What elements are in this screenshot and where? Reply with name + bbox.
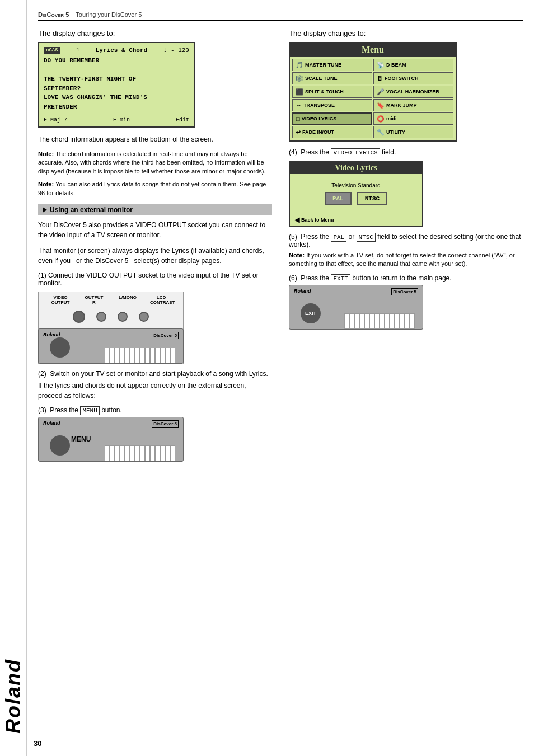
menu-item-fade-label: FADE IN/OUT	[302, 129, 334, 135]
d-beam-icon: 📡	[377, 62, 385, 69]
kbd-logo2-menu: DisCover 5	[152, 420, 179, 428]
transpose-icon: ↔	[296, 102, 302, 109]
menu-circle	[50, 435, 70, 456]
section-name: Touring your DisCover 5	[76, 11, 142, 18]
socket-r	[96, 312, 106, 322]
ntsc-button[interactable]: NTSC	[357, 192, 387, 205]
kbd-keys-menu	[105, 445, 183, 461]
menu-item-d-beam-label: D BEAM	[386, 62, 406, 68]
note5: Note: If you work with a TV set, do not …	[289, 251, 523, 269]
menu-item-footswitch[interactable]: 🎚 FOOTSWITCH	[373, 72, 453, 84]
step6-suffix: button to return to the main page.	[352, 274, 451, 282]
note5-body: If you work with a TV set, do not forget…	[289, 252, 515, 267]
step3: (3) Press the MENU button. Roland DisCov…	[38, 406, 272, 462]
keyboard-small-diagram: Roland DisCover 5	[38, 328, 184, 364]
back-to-menu[interactable]: ◀ Back to Menu	[290, 214, 422, 226]
step3-num: (3)	[38, 406, 46, 414]
step4: (4) Press the VIDEO LYRICS field. Video …	[289, 148, 523, 227]
menu-item-d-beam[interactable]: 📡 D BEAM	[373, 59, 453, 71]
section-body1: Your DisCover 5 also provides a VIDEO OU…	[38, 220, 272, 240]
chord-info-text: The chord information appears at the bot…	[38, 134, 272, 144]
socket-video	[73, 311, 85, 323]
menu-item-vocal-harmonizer-label: VOCAL HARMONIZER	[386, 89, 439, 95]
lcd-chord2: E min	[113, 117, 130, 123]
kbd-logo2-exit: DisCover 5	[391, 288, 418, 295]
menu-item-video-lyrics[interactable]: □ VIDEO LYRICS	[292, 112, 372, 125]
back-arrow-icon: ◀	[294, 216, 299, 224]
main-content: DisCover 5 Touring your DisCover 5 The d…	[27, 0, 534, 756]
step5-ntsc: NTSC	[357, 233, 376, 242]
note1-label: Note:	[38, 151, 54, 157]
scale-tune-icon: 🎼	[296, 75, 303, 82]
pal-button[interactable]: PAL	[325, 192, 352, 205]
menu-item-utility-label: UTILITY	[386, 129, 405, 135]
lcd-display: nGAS 1 Lyrics & Chord ♩ - 120 DO YOU REM…	[38, 42, 195, 128]
step3-suffix: button.	[101, 406, 122, 414]
menu-item-footswitch-label: FOOTSWITCH	[385, 76, 419, 81]
menu-item-master-tune[interactable]: 🎵 MASTER TUNE	[292, 59, 372, 71]
vocal-harmonizer-icon: 🎤	[377, 88, 385, 96]
label-contrast: LCDCONTRAST	[150, 295, 172, 305]
step1-label: (1) Connect the VIDEO OUTPUT socket to t…	[38, 271, 272, 287]
step5-text: Press the	[301, 233, 329, 241]
menu-keyboard-diagram: Roland DisCover 5 MENU	[38, 417, 184, 462]
menu-item-fade[interactable]: ↩ FADE IN/OUT	[292, 126, 372, 138]
section-body2: That monitor (or screen) always displays…	[38, 246, 272, 266]
step4-text: Press the	[301, 148, 329, 156]
menu-item-midi-label: midi	[386, 116, 397, 121]
utility-icon: 🔧	[377, 129, 385, 136]
menu-item-split-touch-label: SPLIT & TOUCH	[305, 89, 344, 95]
footswitch-icon: 🎚	[377, 75, 383, 82]
fade-icon: ↩	[296, 129, 301, 136]
roland-logo: Roland	[2, 659, 25, 734]
back-to-menu-label: Back to Menu	[301, 217, 334, 223]
kbd-logo-exit: Roland	[294, 288, 311, 294]
menu-display: Menu 🎵 MASTER TUNE 📡 D BEAM 🎼 SCALE	[289, 42, 457, 142]
step4-label: (4) Press the VIDEO LYRICS field.	[289, 148, 523, 156]
step2-num: (2)	[38, 370, 46, 378]
split-touch-icon: ⬛	[296, 88, 303, 96]
step2: (2) Switch on your TV set or monitor and…	[38, 370, 272, 401]
step5-label: (5) Press the PAL or NTSC field to selec…	[289, 233, 523, 248]
connector-diagram: VIDEOOUTPUT OUTPUTR L/MONO LCDCONTRAST	[38, 292, 184, 364]
left-display-caption: The display changes to:	[38, 29, 272, 37]
step4-num: (4)	[289, 148, 297, 156]
connector-labels: VIDEOOUTPUT OUTPUTR L/MONO LCDCONTRAST	[44, 292, 178, 308]
step6: (6) Press the EXIT button to return to t…	[289, 274, 523, 330]
lcd-title: Lyrics & Chord	[96, 47, 147, 54]
step1: (1) Connect the VIDEO OUTPUT socket to t…	[38, 271, 272, 364]
right-column: The display changes to: Menu 🎵 MASTER TU…	[289, 29, 523, 745]
connector-sockets	[67, 308, 154, 326]
kbd-logo2: DisCover 5	[152, 332, 179, 339]
lcd-tempo: ♩ - 120	[163, 46, 189, 54]
step2-label: (2) Switch on your TV set or monitor and…	[38, 370, 272, 378]
exit-circle: EXIT	[301, 303, 321, 323]
note1-text: Note: The chord information is calculate…	[38, 150, 272, 176]
menu-item-midi[interactable]: ⭕ midi	[373, 112, 453, 125]
menu-item-split-touch[interactable]: ⬛ SPLIT & TOUCH	[292, 86, 372, 98]
video-lyrics-content: Television Standard PAL NTSC	[290, 174, 422, 214]
kbd-logo-menu: Roland	[43, 420, 60, 426]
kbd-diagram-keys	[105, 348, 183, 363]
tv-standard-label: Television Standard	[301, 182, 411, 189]
label-video-output: VIDEOOUTPUT	[49, 295, 72, 305]
video-lyrics-icon: □	[296, 115, 300, 122]
step3-label: (3) Press the MENU button.	[38, 406, 272, 414]
step1-num: (1)	[38, 271, 46, 279]
menu-item-transpose[interactable]: ↔ TRANSPOSE	[292, 99, 372, 111]
tv-buttons: PAL NTSC	[301, 192, 411, 205]
menu-item-mark-jump[interactable]: 🔖 MARK JUMP	[373, 99, 453, 111]
label-output-r: OUTPUTR	[83, 295, 105, 305]
midi-icon: ⭕	[377, 115, 385, 123]
step2-text: Switch on your TV set or monitor and sta…	[50, 370, 268, 378]
video-lyrics-title: Video Lyrics	[290, 162, 422, 174]
lcd-track: 1	[76, 47, 79, 53]
step2-sub: If the lyrics and chords do not appear c…	[38, 381, 272, 401]
menu-item-utility[interactable]: 🔧 UTILITY	[373, 126, 453, 138]
menu-button-diagram	[50, 337, 70, 358]
step5-or: or	[349, 233, 355, 241]
menu-item-vocal-harmonizer[interactable]: 🎤 VOCAL HARMONIZER	[373, 86, 453, 98]
menu-item-scale-tune[interactable]: 🎼 SCALE TUNE	[292, 72, 372, 84]
step6-label: (6) Press the EXIT button to return to t…	[289, 274, 523, 282]
lcd-mode: nGAS	[44, 47, 60, 54]
